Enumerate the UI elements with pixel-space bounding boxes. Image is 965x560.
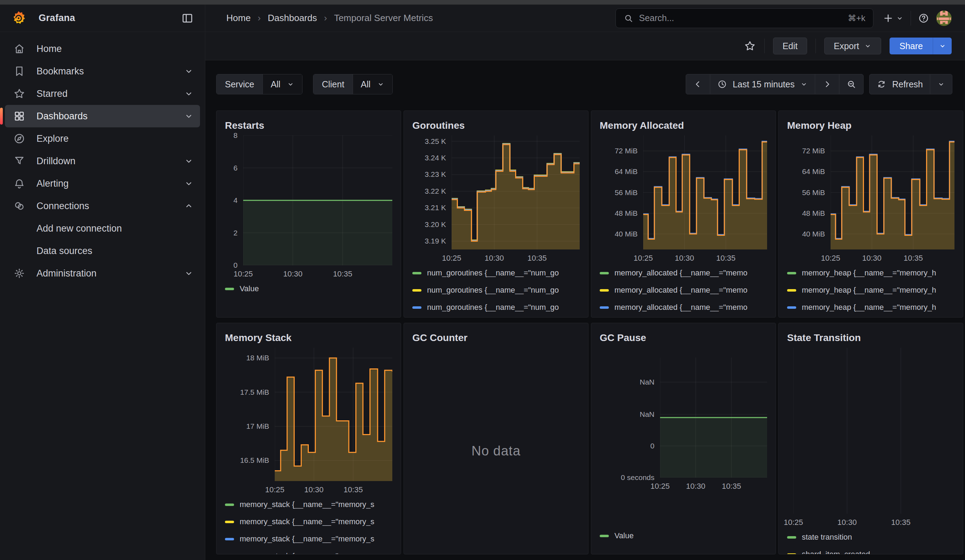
help-button[interactable] [918, 13, 929, 24]
legend-item[interactable]: state transition [787, 533, 955, 542]
chevron-down-icon[interactable] [184, 89, 194, 99]
chevron-left-icon [693, 79, 703, 89]
favorite-star-icon[interactable] [744, 40, 756, 52]
memory-heap-chart[interactable]: 72 MiB64 MiB56 MiB48 MiB40 MiB [787, 136, 955, 250]
goroutines-chart[interactable]: 3.25 K3.24 K3.23 K3.22 K3.21 K3.20 K3.19… [412, 136, 580, 250]
legend-item[interactable]: num_goroutines {__name__="num_go [412, 286, 580, 295]
home-icon [13, 43, 25, 55]
sidebar-item-dashboards[interactable]: Dashboards [5, 105, 200, 127]
sidebar-item-alerting[interactable]: Alerting [5, 172, 200, 195]
dock-sidebar-icon[interactable] [180, 11, 195, 25]
variable-value: All [361, 79, 371, 90]
chevron-down-icon[interactable] [184, 111, 194, 121]
legend-item[interactable]: num_goroutines {__name__="num_go [412, 303, 580, 312]
chevron-down-icon [864, 42, 872, 50]
state-transition-chart[interactable] [787, 348, 955, 514]
panel-title[interactable]: Memory Heap [787, 116, 955, 136]
time-shift-forward-button[interactable] [815, 74, 839, 94]
sidebar-item-home[interactable]: Home [5, 38, 200, 60]
sidebar-item-administration[interactable]: Administration [5, 262, 200, 284]
sidebar-item-label: Home [36, 44, 62, 54]
legend-swatch [412, 272, 422, 274]
chevron-down-icon[interactable] [184, 156, 194, 166]
legend-swatch [787, 289, 796, 292]
legend-item[interactable]: num_goroutines {__name__="num_go [412, 268, 580, 278]
sidebar-item-drilldown[interactable]: Drilldown [5, 150, 200, 172]
y-tick-label: 48 MiB [802, 209, 825, 217]
legend-item[interactable]: memory_stack {__name__="memory_s [225, 517, 392, 526]
zoom-out-time-button[interactable] [839, 74, 863, 94]
legend-label: memory_heap {__name__="memory_h [802, 286, 936, 295]
export-button[interactable]: Export [824, 38, 881, 54]
share-button[interactable]: Share [890, 38, 933, 54]
chevron-down-icon [937, 80, 945, 88]
sidebar-item-bookmarks[interactable]: Bookmarks [5, 60, 200, 82]
x-tick-label: 10:30 [686, 482, 705, 491]
refresh-button[interactable]: Refresh [870, 74, 930, 94]
legend-item[interactable]: memory_stack {__name__="memory_s [225, 534, 392, 544]
variable-service-select[interactable]: All [262, 74, 302, 94]
time-shift-back-button[interactable] [686, 74, 710, 94]
gc-pause-chart[interactable]: NaNNaN00 seconds [600, 358, 767, 478]
legend-item[interactable]: memory_stack {__name__="memory_s [225, 552, 392, 554]
search-shortcut: ⌘+k [848, 13, 865, 23]
panel-title[interactable]: Memory Stack [225, 328, 392, 348]
x-tick-label: 10:30 [675, 254, 694, 263]
chevron-down-icon[interactable] [184, 179, 194, 188]
legend-swatch [600, 272, 609, 274]
sidebar-header: Grafana [0, 5, 205, 32]
legend: num_goroutines {__name__="num_gonum_goro… [412, 266, 580, 318]
search-input[interactable]: Search... ⌘+k [615, 8, 873, 28]
chevron-up-icon[interactable] [184, 201, 194, 211]
add-new-button[interactable] [883, 13, 904, 24]
sidebar-item-label: Administration [36, 268, 96, 279]
legend-swatch [787, 306, 796, 309]
sidebar-item-add-new-connection[interactable]: Add new connection [5, 217, 200, 240]
export-label: Export [834, 41, 859, 51]
restarts-chart[interactable]: 86420 [225, 136, 392, 265]
panel-title[interactable]: GC Counter [412, 328, 580, 348]
legend-item[interactable]: memory_heap {__name__="memory_h [787, 286, 955, 295]
legend-item[interactable]: memory_allocated {__name__="memo [600, 303, 767, 312]
memory-allocated-chart[interactable]: 72 MiB64 MiB56 MiB48 MiB40 MiB [600, 136, 767, 250]
time-range-picker[interactable]: Last 15 minutes [710, 74, 816, 94]
x-tick-label: 10:25 [233, 269, 253, 279]
memory-stack-chart[interactable]: 18 MiB17.5 MiB17 MiB16.5 MiB [225, 348, 392, 481]
legend-item[interactable]: Value [600, 531, 767, 540]
variable-client-select[interactable]: All [353, 74, 392, 94]
sidebar-nav: Home Bookmarks Starred Dashboards Explor [0, 32, 205, 290]
panel-title[interactable]: Goroutines [412, 116, 580, 136]
share-dropdown-button[interactable] [933, 38, 952, 54]
panel-title[interactable]: GC Pause [600, 328, 767, 348]
legend-swatch [600, 535, 609, 537]
legend: memory_heap {__name__="memory_hmemory_he… [787, 266, 955, 318]
panel-title[interactable]: State Transition [787, 328, 955, 348]
legend-item[interactable]: memory_stack {__name__="memory_s [225, 500, 392, 509]
top-bar: Home › Dashboards › Temporal Server Metr… [205, 5, 965, 32]
chevron-down-icon[interactable] [184, 268, 194, 278]
x-axis: 10:2510:3010:35 [243, 265, 392, 282]
breadcrumb-dashboards[interactable]: Dashboards [268, 13, 317, 23]
edit-button[interactable]: Edit [773, 38, 807, 54]
legend-item[interactable]: Value [225, 284, 392, 293]
x-tick-label: 10:30 [837, 518, 857, 527]
user-avatar[interactable] [936, 11, 952, 26]
legend-item[interactable]: memory_heap {__name__="memory_h [787, 303, 955, 312]
y-tick-label: 16.5 MiB [240, 456, 269, 465]
refresh-interval-button[interactable] [930, 74, 952, 94]
breadcrumb-home[interactable]: Home [226, 13, 250, 23]
panel-title[interactable]: Memory Allocated [600, 116, 767, 136]
chevron-down-icon[interactable] [184, 66, 194, 76]
refresh-label: Refresh [892, 79, 923, 90]
panel-title[interactable]: Restarts [225, 116, 392, 136]
x-tick-label: 10:35 [527, 254, 547, 263]
legend-item[interactable]: shard_item_created [787, 550, 955, 554]
divider [816, 39, 816, 53]
legend-item[interactable]: memory_allocated {__name__="memo [600, 286, 767, 295]
sidebar-item-explore[interactable]: Explore [5, 127, 200, 150]
sidebar-item-data-sources[interactable]: Data sources [5, 240, 200, 262]
legend-item[interactable]: memory_allocated {__name__="memo [600, 268, 767, 278]
legend-item[interactable]: memory_heap {__name__="memory_h [787, 268, 955, 278]
sidebar-item-connections[interactable]: Connections [5, 195, 200, 217]
sidebar-item-starred[interactable]: Starred [5, 82, 200, 105]
